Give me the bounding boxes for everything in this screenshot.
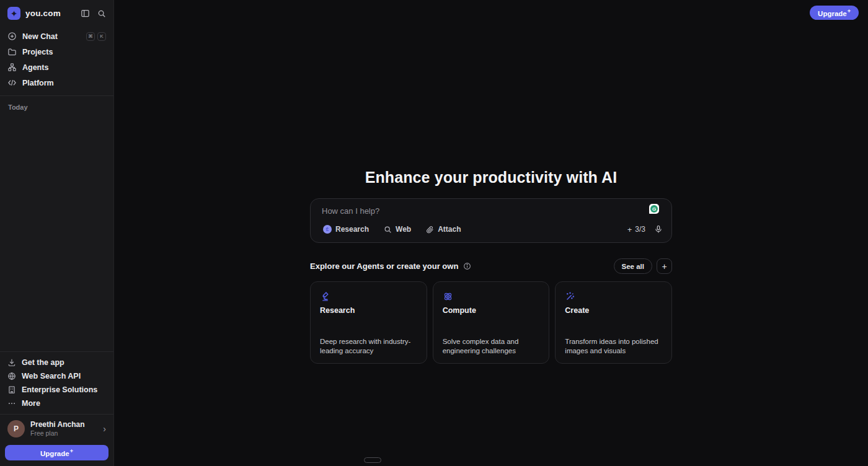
grammarly-icon[interactable]: G [649, 204, 659, 214]
sidebar-item-enterprise-solutions[interactable]: Enterprise Solutions [0, 383, 113, 397]
k-key-badge: K [97, 32, 106, 41]
sidebar: ✦ you.com New Chat ⌘ K Project [0, 0, 114, 466]
plus-icon: + [627, 225, 632, 234]
profile-name: Preethi Anchan [30, 420, 85, 430]
folder-icon [7, 47, 17, 56]
bottom-drag-handle[interactable] [364, 457, 381, 463]
shortcut-badges: ⌘ K [86, 32, 106, 41]
you-logo-icon: ✦ [7, 7, 20, 20]
chip-label: Research [335, 225, 369, 234]
explore-header: Explore our Agents or create your own Se… [310, 258, 672, 274]
sidebar-item-new-chat[interactable]: New Chat ⌘ K [0, 29, 113, 44]
chevron-right-icon: › [103, 424, 106, 433]
sidebar-item-platform[interactable]: Platform [0, 75, 113, 90]
plus-sparkle-icon: + [848, 8, 851, 14]
page-title: Enhance your productivity with AI [310, 169, 672, 187]
sidebar-item-agents[interactable]: Agents [0, 59, 113, 75]
agent-card-create[interactable]: Create Transform ideas into polished ima… [555, 281, 672, 364]
footer-link-label: Web Search API [22, 372, 81, 380]
agent-card-research[interactable]: Research Deep research with industry-lea… [310, 281, 427, 364]
sidebar-item-get-the-app[interactable]: Get the app [0, 356, 113, 369]
globe-icon [7, 372, 16, 380]
card-description: Transform ideas into polished images and… [565, 337, 662, 355]
nav-label: Agents [22, 63, 48, 72]
brand-name: you.com [25, 9, 61, 18]
sidebar-upgrade-button[interactable]: Upgrade+ [5, 445, 108, 460]
microphone-icon[interactable] [654, 225, 663, 234]
see-all-button[interactable]: See all [614, 258, 652, 274]
usage-counter-value: 3/3 [635, 225, 645, 234]
web-chip[interactable]: Web [380, 223, 415, 235]
card-description: Deep research with industry-leading accu… [320, 337, 417, 355]
explore-title: Explore our Agents or create your own [310, 262, 458, 271]
upgrade-label: Upgrade [818, 10, 847, 17]
card-title: Create [565, 306, 662, 315]
chip-label: Attach [438, 225, 461, 234]
building-icon [7, 385, 16, 394]
footer-link-label: Enterprise Solutions [22, 385, 97, 394]
logo-star-glyph: ✦ [11, 9, 18, 18]
main-content: Upgrade+ Enhance your productivity with … [114, 0, 868, 466]
nav-label: New Chat [22, 32, 58, 41]
usage-counter[interactable]: + 3/3 [627, 225, 645, 234]
nav-label: Projects [22, 48, 53, 56]
agent-card-compute[interactable]: Compute Solve complex data and engineeri… [433, 281, 550, 364]
sidebar-item-more[interactable]: More [0, 397, 113, 410]
plus-sparkle-icon: + [70, 448, 73, 454]
grammarly-g-glyph: G [650, 205, 658, 213]
download-icon [7, 358, 16, 367]
chat-input-box[interactable]: G Research Web [310, 198, 672, 243]
footer-link-label: Get the app [22, 358, 64, 367]
wand-icon [565, 291, 662, 302]
topbar-upgrade-button[interactable]: Upgrade+ [810, 6, 859, 20]
profile-row[interactable]: P Preethi Anchan Free plan › [0, 414, 113, 444]
sidebar-footer-links: Get the app Web Search API Enterprise So… [0, 352, 113, 414]
avatar: P [7, 420, 25, 437]
card-description: Solve complex data and engineering chall… [443, 337, 540, 355]
search-icon [384, 226, 392, 234]
upgrade-label: Upgrade [40, 450, 69, 457]
card-title: Research [320, 306, 417, 315]
microscope-icon [320, 291, 417, 302]
profile-text: Preethi Anchan Free plan [30, 420, 85, 438]
sidebar-nav: New Chat ⌘ K Projects Agents Platform [0, 25, 113, 90]
chat-toolbar: Research Web Attach + [319, 223, 663, 235]
code-icon [7, 78, 17, 87]
panel-collapse-icon[interactable] [81, 9, 90, 18]
agent-cards: Research Deep research with industry-lea… [310, 281, 672, 364]
plus-circle-icon [7, 32, 17, 41]
sidebar-item-projects[interactable]: Projects [0, 44, 113, 59]
research-chip[interactable]: Research [319, 223, 373, 235]
nav-label: Platform [22, 79, 54, 87]
attach-chip[interactable]: Attach [422, 223, 464, 235]
footer-link-label: More [22, 399, 40, 408]
sidebar-spacer [0, 115, 113, 346]
add-agent-button[interactable]: + [657, 258, 672, 274]
chat-input[interactable] [319, 206, 594, 216]
search-icon[interactable] [97, 9, 106, 18]
cmd-key-badge: ⌘ [86, 32, 95, 41]
ellipsis-icon [7, 399, 16, 408]
chip-label: Web [396, 225, 411, 234]
history-section-label: Today [0, 96, 113, 115]
nodes-icon [7, 63, 17, 72]
info-icon[interactable] [463, 262, 471, 270]
atom-icon [443, 291, 540, 302]
paperclip-icon [426, 226, 434, 234]
sidebar-item-web-search-api[interactable]: Web Search API [0, 369, 113, 383]
card-title: Compute [443, 306, 540, 315]
research-orb-icon [323, 225, 332, 234]
sidebar-header: ✦ you.com [0, 0, 113, 25]
profile-plan-badge: Free plan [30, 429, 85, 438]
